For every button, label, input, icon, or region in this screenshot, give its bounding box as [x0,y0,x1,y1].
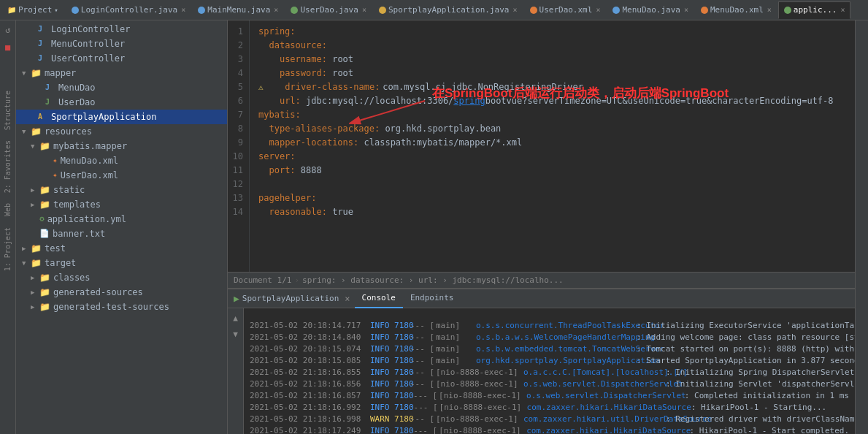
log-line-3: 2021-05-02 20:18:15.074 INFO 7180 --- [ … [244,343,855,355]
tab-close[interactable]: × [512,6,517,14]
log-line-7: 2021-05-02 21:18:16.857 INFO 7180 --- [ … [244,390,855,402]
tab-endpoints[interactable]: Endpoints [403,289,461,308]
tab-SportplayApplication[interactable]: SportplayApplication.java × [373,1,523,19]
tree-item-target[interactable]: ▼ 📁 target [16,256,227,270]
log-line-header [244,308,855,320]
tab-close[interactable]: × [274,6,278,14]
left-panel-icons: ↺ ■ Structure 2: Favorites Web 1: Projec… [0,20,16,434]
editor-statusbar: Document 1/1 › spring: › datasource: › u… [228,272,855,288]
code-line-7: mybatis: [258,108,846,122]
top-tabbar: 📁 Project ▾ LoginController.java × MainM… [0,0,868,20]
tab-MenuDaoXml[interactable]: MenuDao.xml × [695,1,777,19]
line-numbers: 1234567891011121314 [228,20,250,272]
tab-UserDao[interactable]: UserDao.java × [285,1,372,19]
stop-icon[interactable]: ■ [1,41,15,54]
code-line-12 [258,178,846,191]
tab-MenuDaoJava[interactable]: MenuDao.java × [607,1,694,19]
tree-item-generated-sources[interactable]: ▶ 📁 generated-sources [16,285,227,300]
scroll-down-btn[interactable]: ▼ [229,327,242,340]
tree-item-templates[interactable]: ▶ 📁 templates [16,197,227,212]
log-line-10: 2021-05-02 21:18:17.249 INFO 7180 --- [ … [244,425,855,434]
tab-LoginController[interactable]: LoginController.java × [66,1,191,19]
breadcrumb: spring: › datasource: › url: › jdbc:mysq… [302,275,564,285]
code-line-10: server: [258,150,846,164]
code-content[interactable]: spring: datasource: username: root passw… [250,20,855,272]
tab-close[interactable]: × [181,6,185,14]
tab-close[interactable]: × [767,6,772,14]
log-line-5: 2021-05-02 21:18:16.855 INFO 7180 --- [ … [244,367,855,378]
tree-item-MenuDao[interactable]: J MenuDao [16,80,227,95]
tree-item-LoginController[interactable]: J LoginController [16,22,227,37]
tree-item-resources[interactable]: ▼ 📁 resources [16,124,227,139]
console-output[interactable]: 2021-05-02 20:18:14.717 INFO 7180 --- [ … [244,308,855,434]
code-line-2: datasource: [258,39,846,53]
tab-close[interactable]: × [362,6,366,14]
run-bar: ▶ SportplayApplication × Console Endpoin… [228,289,855,308]
doc-position: Document 1/1 [234,275,291,285]
tree-item-classes[interactable]: ▶ 📁 classes [16,270,227,285]
log-line-4: 2021-05-02 20:18:15.085 INFO 7180 --- [ … [244,355,855,367]
console-toolbar: ▲ ▼ [228,308,244,434]
tab-UserDaoXml[interactable]: UserDao.xml × [524,1,607,19]
log-line-6: 2021-05-02 21:18:16.856 INFO 7180 --- [ … [244,378,855,390]
tab-console[interactable]: Console [355,289,403,308]
tree-item-UserController[interactable]: J UserController [16,51,227,66]
project-tree: J LoginController J MenuController J Use… [16,20,228,434]
tree-item-applicationyml[interactable]: ⚙ application.yml [16,212,227,226]
log-line-1: 2021-05-02 20:18:14.717 INFO 7180 --- [ … [244,320,855,332]
code-line-6: url: jdbc:mysql://localhost:3306/springb… [258,94,846,108]
favorites-label[interactable]: 2: Favorites [4,137,12,196]
code-line-5: ⚠ driver-class-name: com.mysql.cj.jdbc.N… [258,80,846,94]
structure-label[interactable]: Structure [4,88,12,133]
tree-item-MenuDaoXml[interactable]: ✦ MenuDao.xml [16,153,227,168]
tree-item-UserDao[interactable]: J UserDao [16,95,227,110]
tree-item-bannertxt[interactable]: 📄 banner.txt [16,226,227,241]
project-icon: 📁 Project ▾ [3,1,63,19]
tree-item-test[interactable]: ▶ 📁 test [16,241,227,256]
log-line-9: 2021-05-02 21:18:16.998 WARN 7180 --- [ … [244,414,855,425]
code-line-3: username: root [258,53,846,66]
tree-item-static[interactable]: ▶ 📁 static [16,183,227,197]
tree-item-generated-test-sources[interactable]: ▶ 📁 generated-test-sources [16,300,227,314]
tab-close[interactable]: × [684,6,688,14]
code-line-14: reasonable: true [258,205,846,219]
project-label[interactable]: 1: Project [4,224,12,274]
tab-appyml[interactable]: applic... × [778,1,851,19]
code-line-8: type-aliases-package: org.hkd.sportplay.… [258,122,846,136]
log-line-2: 2021-05-02 20:18:14.840 INFO 7180 --- [ … [244,332,855,343]
web-label[interactable]: Web [4,200,12,219]
tree-item-UserDaoXml[interactable]: ✦ UserDao.xml [16,168,227,183]
tab-close[interactable]: × [840,6,845,14]
tree-content: J LoginController J MenuController J Use… [16,20,227,434]
code-line-4: password: root [258,66,846,80]
tab-MainMenu[interactable]: MainMenu.java × [192,1,284,19]
code-line-9: mapper-locations: classpath:mybatis/mapp… [258,136,846,150]
code-line-13: pagehelper: [258,191,846,205]
code-line-11: port: 8888 [258,164,846,178]
code-line-1: spring: [258,25,846,39]
tree-item-MenuController[interactable]: J MenuController [16,37,227,51]
run-panel: ▶ SportplayApplication × Console Endpoin… [228,288,855,434]
run-close[interactable]: × [345,294,350,304]
tree-item-SportplayApplication[interactable]: A SportplayApplication [16,110,227,124]
scroll-up-btn[interactable]: ▲ [229,311,242,324]
run-label: ▶ SportplayApplication [234,293,339,304]
log-line-8: 2021-05-02 21:18:16.992 INFO 7180 --- [ … [244,402,855,414]
code-editor[interactable]: 1234567891011121314 spring: datasource: … [228,20,855,288]
tree-item-mapper[interactable]: ▼ 📁 mapper [16,66,227,80]
tab-close[interactable]: × [596,6,600,14]
rerun-icon[interactable]: ↺ [1,23,15,37]
right-panel [855,20,868,434]
tree-item-mybatis-mapper[interactable]: ▼ 📁 mybatis.mapper [16,139,227,153]
